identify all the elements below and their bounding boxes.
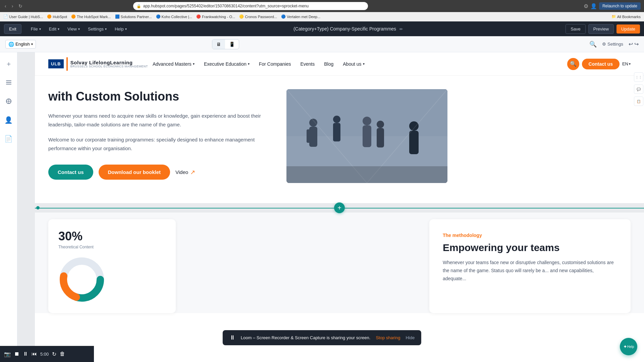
methodology-card: The methodology Empowering your teams Wh… bbox=[429, 219, 631, 313]
nav-blog[interactable]: Blog bbox=[319, 59, 338, 69]
nav-executive-education[interactable]: Executive Education ▾ bbox=[199, 59, 254, 69]
browser-actions: ⚙ 👤 Relaunch to update bbox=[584, 2, 641, 10]
download-booklet-button[interactable]: Download our booklet bbox=[99, 165, 170, 180]
loom-hide-button[interactable]: Hide bbox=[406, 335, 415, 340]
svg-rect-0 bbox=[6, 80, 11, 81]
save-button[interactable]: Save bbox=[566, 24, 586, 34]
trash-icon[interactable]: 🗑 bbox=[60, 351, 65, 357]
nav-advanced-masters[interactable]: Advanced Masters ▾ bbox=[148, 59, 199, 69]
undo-redo-group: ↩ ↪ bbox=[629, 41, 639, 47]
solvay-name: Solvay LifelongLearning bbox=[70, 60, 148, 65]
methodology-tag: The methodology bbox=[443, 233, 617, 238]
help-button[interactable]: ✦ Help bbox=[620, 338, 637, 355]
hero-image bbox=[286, 89, 447, 183]
file-menu[interactable]: File ▾ bbox=[27, 26, 45, 32]
relaunch-button[interactable]: Relaunch to update bbox=[599, 2, 641, 10]
site-logo: ULB Solvay LifelongLearning BRUSSELS SCH… bbox=[48, 57, 148, 71]
video-arrow-icon: ↗ bbox=[190, 169, 195, 176]
svg-point-12 bbox=[363, 117, 371, 125]
profile-icon[interactable]: 👤 bbox=[590, 3, 597, 9]
add-section-button[interactable]: + bbox=[334, 202, 345, 213]
settings-menu[interactable]: Settings ▾ bbox=[84, 26, 111, 32]
edit-menu[interactable]: Edit ▾ bbox=[45, 26, 63, 32]
language-selector[interactable]: 🌐 English ▾ bbox=[5, 40, 36, 49]
desktop-view-btn[interactable]: 🖥 bbox=[212, 40, 225, 49]
sidebar-user-icon[interactable]: 👤 bbox=[3, 114, 15, 126]
contact-us-button[interactable]: Contact us bbox=[48, 165, 93, 180]
search-icon[interactable]: 🔍 bbox=[589, 41, 597, 48]
section-divider: + bbox=[35, 203, 644, 213]
bookmark-frank[interactable]: 🔴 Frankwatching - O... bbox=[196, 14, 235, 19]
settings-button[interactable]: ⚙ Settings bbox=[599, 40, 626, 48]
solvay-logo-text: Solvay LifelongLearning BRUSSELS SCHOOL … bbox=[70, 60, 148, 68]
view-menu[interactable]: View ▾ bbox=[63, 26, 84, 32]
page-content: ULB Solvay LifelongLearning BRUSSELS SCH… bbox=[35, 52, 644, 362]
toolbar-row2: 🌐 English ▾ 🖥 📱 🔍 ⚙ Settings ↩ ↪ bbox=[0, 36, 644, 52]
right-tool-1[interactable]: ⋮⋮ bbox=[634, 72, 643, 82]
forward-btn[interactable]: › bbox=[10, 3, 15, 9]
nav-about-chevron: ▾ bbox=[363, 62, 365, 66]
edit-title-icon[interactable]: ✏ bbox=[399, 27, 403, 32]
exit-button[interactable]: Exit bbox=[4, 24, 21, 34]
svg-rect-11 bbox=[333, 123, 340, 141]
back-btn[interactable]: ‹ bbox=[3, 3, 8, 9]
logo-orange-divider bbox=[66, 57, 68, 71]
undo-btn[interactable]: ↩ bbox=[629, 41, 633, 47]
sidebar-add-icon[interactable]: ＋ bbox=[3, 58, 15, 70]
nav-lang-selector[interactable]: EN ▾ bbox=[622, 61, 631, 66]
nav-search-btn[interactable]: 🔍 bbox=[567, 58, 579, 70]
bookmark-user-guide[interactable]: 📄 User Guide | HubS... bbox=[3, 14, 43, 19]
svg-rect-20 bbox=[286, 166, 447, 183]
methodology-desc: Whenever your teams face new or disrupti… bbox=[443, 259, 617, 283]
ulb-logo: ULB bbox=[48, 59, 64, 68]
bookmark-cronos[interactable]: 🟡 Cronos Password... bbox=[239, 14, 277, 19]
hero-section: with Custom Solutions Whenever your team… bbox=[35, 76, 644, 203]
nav-contact-button[interactable]: Contact us bbox=[582, 59, 620, 69]
recording-time: 5:00 bbox=[40, 352, 49, 357]
sidebar-design-icon[interactable] bbox=[3, 95, 15, 107]
right-tool-3[interactable]: 📋 bbox=[634, 97, 643, 106]
camera-icon[interactable]: 📷 bbox=[4, 351, 11, 357]
hero-title: with Custom Solutions bbox=[48, 89, 266, 104]
nav-events[interactable]: Events bbox=[296, 59, 319, 69]
bookmark-koho[interactable]: 🔵 Koho Collective |... bbox=[156, 14, 193, 19]
left-sidebar: ＋ 👤 📄 bbox=[0, 52, 17, 362]
svg-rect-15 bbox=[377, 128, 384, 147]
extensions-icon[interactable]: ⚙ bbox=[584, 3, 588, 9]
sidebar-page-icon[interactable]: 📄 bbox=[3, 133, 15, 145]
hero-desc-1: Whenever your teams need to acquire new … bbox=[48, 112, 266, 129]
chart-card: 30% Theoretical Content bbox=[48, 219, 176, 313]
mobile-view-btn[interactable]: 📱 bbox=[225, 40, 239, 49]
svg-point-10 bbox=[333, 116, 340, 123]
sidebar-layers-icon[interactable] bbox=[3, 76, 15, 88]
bookmark-hubspot[interactable]: 🟠 HubSpot bbox=[47, 14, 67, 19]
bookmark-all[interactable]: 📁 All Bookmarks bbox=[611, 14, 641, 19]
redo-btn[interactable]: ↪ bbox=[634, 41, 639, 47]
right-tool-2[interactable]: 💬 bbox=[634, 84, 643, 94]
chart-percentage: 30% bbox=[58, 229, 83, 243]
nav-about-us[interactable]: About us ▾ bbox=[338, 59, 369, 69]
loom-stop-sharing-button[interactable]: Stop sharing bbox=[376, 335, 400, 340]
video-button[interactable]: Video ↗ bbox=[175, 169, 195, 176]
device-toggle: 🖥 📱 bbox=[212, 39, 239, 49]
bookmark-hubspot-mark[interactable]: 🟠 The HubSpot Mark... bbox=[71, 14, 111, 19]
chart-label: Theoretical Content bbox=[58, 245, 166, 249]
url-bar[interactable]: 🔒 app.hubspot.com/pages/5255402/editor/1… bbox=[133, 2, 368, 10]
page-title: (Category+Type) Company-Specific Program… bbox=[131, 26, 566, 32]
pause-icon[interactable]: ⏸ bbox=[23, 351, 28, 357]
refresh-icon[interactable]: ↻ bbox=[52, 351, 56, 357]
svg-point-16 bbox=[409, 121, 419, 131]
reload-btn[interactable]: ↻ bbox=[17, 3, 24, 9]
update-button[interactable]: Update bbox=[616, 24, 640, 34]
hubspot-toolbar: Exit File ▾ Edit ▾ View ▾ Settings ▾ Hel… bbox=[0, 21, 644, 36]
site-navbar: ULB Solvay LifelongLearning BRUSSELS SCH… bbox=[35, 52, 644, 76]
right-tools: ⋮⋮ 💬 📋 bbox=[633, 52, 644, 106]
bookmark-solutions[interactable]: 🟦 Solutions Partner... bbox=[115, 14, 152, 19]
bookmark-vertalen[interactable]: 🔵 Vertalen met Deep... bbox=[281, 14, 320, 19]
hero-buttons: Contact us Download our booklet Video ↗ bbox=[48, 165, 266, 180]
help-menu[interactable]: Help ▾ bbox=[111, 26, 131, 32]
nav-for-companies[interactable]: For Companies bbox=[254, 59, 296, 69]
preview-button[interactable]: Preview bbox=[588, 24, 614, 34]
rewind-icon[interactable]: ⏮ bbox=[32, 351, 37, 357]
stop-icon[interactable]: ⏹ bbox=[14, 351, 19, 357]
